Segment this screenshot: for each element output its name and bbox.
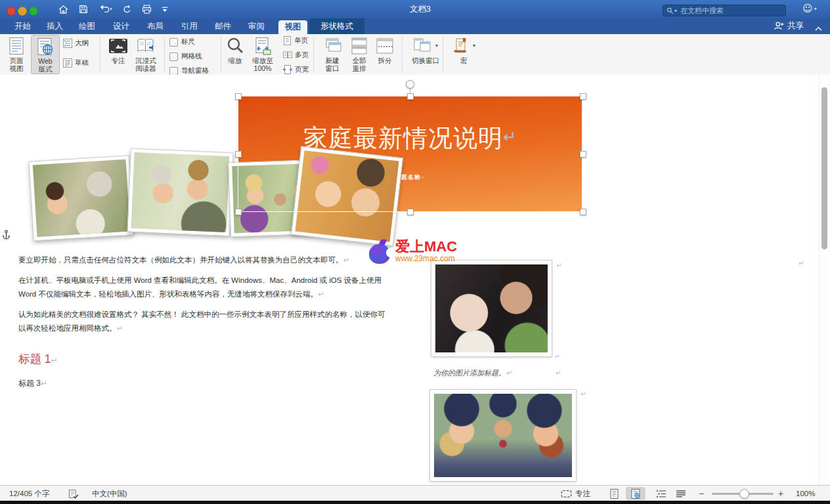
rotate-handle[interactable]	[406, 80, 414, 89]
zoom-100-button[interactable]: 缩放至100%	[248, 35, 277, 72]
paragraph-mark: ↵	[117, 324, 123, 333]
tab-review[interactable]: 审阅	[248, 21, 265, 32]
macros-label: 宏	[460, 56, 468, 64]
body-text[interactable]: 要立即开始，只需点击任何占位符文本（例如此文本）并开始键入以将其替换为自己的文本…	[18, 253, 386, 342]
undo-icon	[98, 4, 112, 14]
language-status[interactable]: 中文(中国)	[92, 486, 127, 501]
draft-view-icon	[63, 58, 72, 68]
paragraph-2[interactable]: 在计算机、平板电脑或手机上使用 Word 查看和编辑此文档。在 Windows、…	[18, 274, 386, 301]
tab-home[interactable]: 开始	[14, 21, 31, 32]
tab-references[interactable]: 引用	[181, 21, 198, 32]
paragraph-mark: ↵	[51, 356, 58, 365]
tab-design[interactable]: 设计	[113, 21, 129, 32]
scrollbar-thumb[interactable]	[821, 87, 827, 249]
photo-caption[interactable]: 为你的图片添加标题。↵	[433, 368, 512, 378]
resize-handle-top-left[interactable]	[235, 93, 242, 100]
resize-handle-top-right[interactable]	[580, 93, 586, 100]
resize-handle-bottom-left[interactable]	[235, 209, 242, 215]
object-anchor-icon	[2, 230, 11, 243]
macros-button[interactable]: ▾ 宏	[449, 35, 478, 64]
resize-handle-mid-right[interactable]	[580, 151, 586, 158]
multi-page-icon	[283, 51, 292, 60]
immersive-reader-button[interactable]: 沉浸式阅读器	[131, 35, 160, 72]
resize-handle-bottom-center[interactable]	[407, 209, 414, 215]
paragraph-mark: ↵	[503, 128, 517, 146]
photo-image	[295, 150, 399, 242]
chevron-up-icon	[814, 26, 823, 32]
tab-layout[interactable]: 布局	[147, 21, 164, 32]
collapse-ribbon-button[interactable]	[814, 22, 823, 34]
share-person-icon	[774, 21, 785, 31]
redo-icon	[121, 4, 132, 14]
web-layout-button[interactable]: Web版式	[31, 35, 60, 74]
paragraph-3[interactable]: 认为如此精美的文档很难设置格式？ 其实不然！ 此文档中的一些示例文本表明了所应用…	[18, 308, 386, 335]
tab-draw[interactable]: 绘图	[79, 21, 95, 32]
outline-view-button[interactable]: 大纲	[63, 39, 89, 48]
redo-button[interactable]	[121, 4, 132, 14]
word-window: 文档3 ▾ ☺ ▾ 开始 插入 绘图 设计 布局 引用 邮件 审阅 视图 形状格…	[0, 0, 830, 504]
focus-button[interactable]: 专注	[105, 35, 131, 64]
zoom-level[interactable]: 100%	[796, 486, 815, 501]
home-button[interactable]	[58, 4, 69, 15]
switch-windows-button[interactable]: ▾ 切换窗口	[407, 35, 444, 64]
print-layout-icon	[610, 489, 619, 499]
zoom-button[interactable]: 缩放	[223, 35, 247, 64]
zoom-window-button[interactable]	[29, 7, 38, 16]
photo-mother-and-baby[interactable]	[431, 261, 552, 356]
web-layout-icon	[37, 36, 54, 57]
close-button[interactable]	[7, 7, 16, 16]
ruler-checkbox[interactable]: 标尺	[169, 37, 195, 47]
heading-1[interactable]: 标题 1↵	[18, 351, 58, 367]
outline-view-button[interactable]	[656, 486, 666, 501]
resize-handle-mid-left[interactable]	[235, 151, 242, 158]
print-button[interactable]	[141, 4, 152, 15]
arrange-all-button[interactable]: 全部重排	[347, 35, 372, 72]
customize-toolbar-button[interactable]	[162, 6, 168, 12]
photo-girls-whispering[interactable]	[292, 147, 403, 246]
feedback-button[interactable]: ☺ ▾	[802, 3, 817, 14]
heading-3[interactable]: 标题 3↵	[18, 378, 47, 389]
tab-mailings[interactable]: 邮件	[215, 21, 231, 32]
tab-view-active[interactable]: 视图	[278, 20, 307, 34]
paragraph-1[interactable]: 要立即开始，只需点击任何占位符文本（例如此文本）并开始键入以将其替换为自己的文本…	[18, 253, 386, 267]
page-view-button[interactable]: 页面视图	[5, 35, 28, 72]
web-layout-view-button-active[interactable]	[626, 487, 645, 500]
print-layout-view-button[interactable]	[610, 486, 619, 501]
photo-graduates[interactable]	[430, 390, 576, 481]
photo-boy-at-dinner[interactable]	[29, 156, 133, 240]
page-view-label: 页面视图	[8, 56, 25, 72]
gridlines-checkbox[interactable]: 网格线	[169, 52, 202, 61]
home-icon	[58, 4, 69, 15]
zoom-slider-knob[interactable]	[739, 489, 749, 499]
focus-toggle[interactable]: 专注	[561, 486, 590, 501]
search-input[interactable]	[679, 6, 774, 15]
zoom-out-button[interactable]: −	[699, 486, 704, 501]
page-width-button[interactable]: 页宽	[283, 65, 309, 74]
save-button[interactable]	[78, 4, 89, 14]
document-canvas[interactable]: 家庭最新情况说明↵ 家庭名称↵ 爱上MAC www.23mac.com	[0, 75, 830, 485]
new-window-button[interactable]: 新建窗口	[320, 35, 345, 72]
resize-handle-top-center[interactable]	[407, 93, 414, 100]
vertical-scrollbar[interactable]	[819, 75, 830, 485]
split-button[interactable]: 拆分	[373, 35, 397, 64]
zoom-in-button[interactable]: +	[778, 486, 783, 501]
ribbon-divider	[313, 37, 314, 72]
one-page-button[interactable]: 单页	[283, 36, 308, 45]
tab-insert[interactable]: 插入	[47, 21, 63, 32]
ribbon-tabs: 开始 插入 绘图 设计 布局 引用 邮件 审阅 视图 形状格式 共享	[0, 18, 830, 34]
tab-shape-format[interactable]: 形状格式	[309, 18, 364, 34]
draft-view-button[interactable]: 草稿	[63, 58, 89, 68]
draft-view-button[interactable]	[676, 486, 686, 501]
resize-handle-bottom-right[interactable]	[580, 209, 586, 215]
photo-two-men-laughing[interactable]	[127, 149, 232, 236]
spellcheck-status-button[interactable]	[68, 486, 79, 501]
search-scope-caret[interactable]: ▾	[674, 8, 677, 14]
multi-page-button[interactable]: 多页	[283, 51, 309, 60]
share-button[interactable]: 共享	[774, 20, 804, 32]
outline-view-label: 大纲	[75, 39, 89, 48]
undo-button[interactable]	[98, 4, 112, 14]
document-search[interactable]: ▾	[663, 5, 786, 16]
word-count[interactable]: 12/405 个字	[9, 486, 49, 501]
minimize-button[interactable]	[18, 7, 27, 16]
nav-pane-checkbox[interactable]: 导航窗格	[169, 66, 209, 75]
